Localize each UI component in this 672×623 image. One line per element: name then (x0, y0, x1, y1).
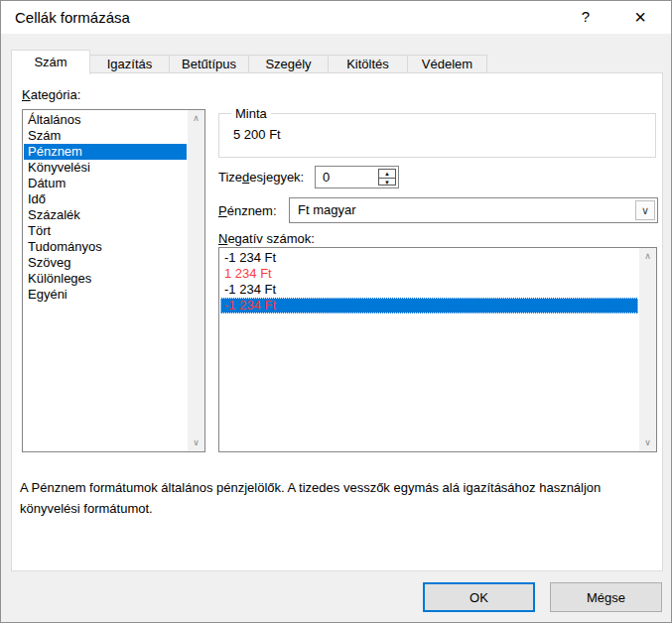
category-item[interactable]: Százalék (24, 207, 187, 223)
negative-number-items: -1 234 Ft 1 234 Ft -1 234 Ft -1 234 Ft (220, 250, 638, 313)
chevron-down-icon[interactable]: ∨ (635, 200, 655, 220)
category-item[interactable]: Általános (24, 112, 187, 128)
category-item[interactable]: Idő (24, 191, 187, 207)
format-cells-dialog: Cellák formázása ? × Szám Igazítás Betűt… (0, 0, 672, 623)
currency-label: Pénznem: (218, 203, 277, 218)
negative-format-item[interactable]: 1 234 Ft (220, 266, 638, 282)
decimals-spinner: ▲ ▼ (315, 166, 399, 188)
title-bar: Cellák formázása ? × (1, 1, 671, 34)
scroll-up-icon[interactable]: ∧ (188, 110, 204, 127)
negative-scrollbar[interactable]: ∧ ∨ (639, 248, 656, 451)
negative-format-item[interactable]: -1 234 Ft (220, 250, 638, 266)
tab-betutipus[interactable]: Betűtípus (170, 55, 249, 73)
spin-down-icon[interactable]: ▼ (379, 178, 395, 186)
tab-vedelem[interactable]: Védelem (408, 55, 487, 73)
category-listbox[interactable]: Általános Szám Pénznem Könyvelési Dátum … (22, 109, 205, 452)
category-item[interactable]: Különleges (24, 271, 187, 287)
cancel-button[interactable]: Mégse (550, 582, 662, 612)
decimals-input[interactable] (316, 167, 375, 187)
sample-group-label: Minta (231, 106, 271, 121)
scroll-down-icon[interactable]: ∨ (188, 435, 204, 451)
category-label: Kategória: (22, 87, 80, 102)
category-item[interactable]: Tört (24, 223, 187, 239)
category-item[interactable]: Dátum (24, 176, 187, 191)
category-scrollbar[interactable]: ∧ ∨ (188, 110, 204, 451)
negative-format-item-selected[interactable]: -1 234 Ft (220, 298, 638, 313)
currency-value: Ft magyar (298, 198, 356, 222)
negative-numbers-listbox[interactable]: -1 234 Ft 1 234 Ft -1 234 Ft -1 234 Ft ∧… (218, 247, 657, 452)
tab-szam[interactable]: Szám (11, 50, 90, 74)
category-item-selected[interactable]: Pénznem (24, 144, 187, 160)
currency-dropdown[interactable]: Ft magyar ∨ (289, 197, 658, 223)
ok-button[interactable]: OK (423, 582, 535, 612)
spin-up-icon[interactable]: ▲ (379, 170, 395, 178)
tab-strip: Szám Igazítás Betűtípus Szegély Kitöltés… (11, 49, 487, 73)
sample-value: 5 200 Ft (233, 127, 281, 142)
tab-kitoltes[interactable]: Kitöltés (329, 55, 408, 73)
negative-numbers-label: Negatív számok: (218, 231, 315, 246)
spin-buttons: ▲ ▼ (378, 169, 396, 186)
negative-format-item[interactable]: -1 234 Ft (220, 282, 638, 298)
format-description: A Pénznem formátumok általános pénzjelöl… (20, 477, 653, 519)
scroll-up-icon[interactable]: ∧ (639, 248, 656, 265)
scroll-down-icon[interactable]: ∨ (639, 435, 656, 451)
tab-szegely[interactable]: Szegély (249, 55, 329, 73)
help-icon[interactable]: ? (570, 1, 602, 33)
tab-igazitas[interactable]: Igazítás (90, 55, 170, 73)
category-item[interactable]: Könyvelési (24, 160, 187, 176)
category-item[interactable]: Szöveg (24, 255, 187, 271)
sample-group: Minta 5 200 Ft (218, 113, 656, 158)
category-item[interactable]: Tudományos (24, 239, 187, 255)
close-icon[interactable]: × (624, 1, 656, 33)
decimals-label: Tizedesjegyek: (218, 170, 304, 185)
category-item[interactable]: Egyéni (24, 287, 187, 303)
category-item[interactable]: Szám (24, 128, 187, 144)
number-tab-page: Kategória: Általános Szám Pénznem Könyve… (11, 72, 663, 571)
dialog-title: Cellák formázása (15, 1, 130, 34)
category-items: Általános Szám Pénznem Könyvelési Dátum … (24, 112, 187, 303)
